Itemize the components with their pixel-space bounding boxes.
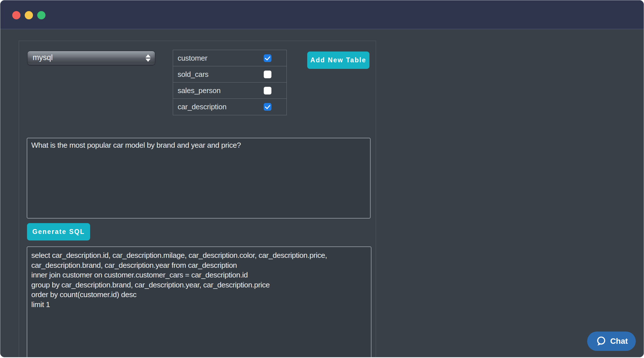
titlebar [0, 0, 644, 29]
table-row[interactable]: customer [173, 50, 286, 66]
question-input[interactable]: What is the most popular car model by br… [27, 138, 371, 219]
database-select-wrap: mysql [27, 51, 155, 65]
tables-list: customersold_carssales_personcar_descrip… [173, 50, 287, 115]
sql-output[interactable]: select car_description.id, car_descripti… [27, 246, 371, 357]
chat-button[interactable]: Chat [587, 332, 636, 351]
chat-bubble-icon [595, 336, 606, 347]
screen: mysql customersold_carssales_personcar_d… [0, 0, 644, 358]
database-select[interactable]: mysql [27, 51, 155, 65]
close-window-button[interactable] [12, 11, 20, 19]
generate-sql-button[interactable]: Generate SQL [27, 223, 90, 240]
table-row[interactable]: sales_person [173, 83, 286, 99]
table-name-label: sales_person [178, 86, 221, 95]
chat-button-label: Chat [610, 337, 628, 346]
table-name-label: sold_cars [178, 70, 209, 79]
table-checkbox[interactable] [264, 87, 271, 94]
table-checkbox[interactable] [264, 71, 271, 78]
table-name-label: customer [178, 54, 207, 63]
table-checkbox[interactable] [264, 103, 271, 111]
zoom-window-button[interactable] [37, 11, 45, 19]
table-checkbox[interactable] [264, 54, 271, 62]
minimize-window-button[interactable] [25, 11, 33, 19]
table-row[interactable]: sold_cars [173, 66, 286, 83]
main-content: mysql customersold_carssales_personcar_d… [0, 30, 644, 357]
add-new-table-button[interactable]: Add New Table [307, 52, 369, 69]
table-name-label: car_description [178, 102, 227, 111]
table-row[interactable]: car_description [173, 99, 286, 115]
app-window: mysql customersold_carssales_personcar_d… [0, 0, 644, 357]
query-panel: mysql customersold_carssales_personcar_d… [19, 41, 376, 357]
